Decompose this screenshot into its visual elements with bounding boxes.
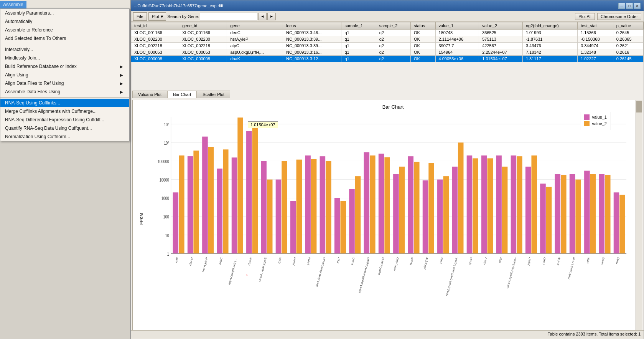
search-input[interactable] [200, 13, 257, 20]
maximize-button[interactable]: □ [626, 3, 633, 9]
col-sample2[interactable]: sample_2 [376, 22, 410, 30]
svg-rect-34 [252, 124, 258, 253]
legend-label-value1: value_1 [592, 115, 607, 119]
svg-rect-21 [188, 156, 193, 253]
chrom-order-button[interactable]: Chromosome Order [597, 13, 641, 20]
svg-text:rldP,yldQ: rldP,yldQ [393, 256, 399, 271]
search-label: Search by Gene: [168, 14, 199, 19]
plot-menu-button[interactable]: Plot ▼ [148, 12, 166, 21]
svg-rect-67 [414, 162, 420, 254]
svg-rect-19 [179, 155, 184, 253]
svg-rect-103 [590, 174, 596, 253]
col-pvalue[interactable]: p_value [613, 22, 643, 30]
svg-text:yoeH: yoeH [292, 256, 296, 266]
nav-prev-button[interactable]: ◄ [258, 13, 267, 20]
chart-wrapper: Bar Chart FPKM value_1 value_2 [132, 100, 642, 338]
svg-text:pgpC,pgpD: pgpC,pgpD [377, 256, 385, 275]
data-table-container[interactable]: test_id gene_id gene locus sample_1 samp… [131, 22, 644, 89]
svg-rect-79 [473, 158, 478, 253]
menu-item-align-using[interactable]: Align Using ▶ [0, 71, 129, 79]
svg-rect-45 [305, 155, 311, 253]
col-value2[interactable]: value_2 [479, 22, 523, 30]
tab-volcano-plot[interactable]: Volcano Plot [132, 91, 167, 98]
svg-rect-33 [246, 131, 252, 253]
menu-item-assemble-data-files[interactable]: Assemble Data Files Using ▶ [0, 88, 129, 96]
svg-rect-30 [232, 157, 237, 253]
menu-item-rnaseq-cufflinks[interactable]: RNA-Seq Using Cufflinks... [0, 99, 129, 107]
svg-text:1000: 1000 [161, 196, 169, 201]
toolbar-right: Plot All Chromosome Order [575, 13, 641, 20]
menu-item-assemble-to-reference[interactable]: Assemble to Reference [0, 26, 129, 34]
col-gene-id[interactable]: gene_id [179, 22, 227, 30]
col-locus[interactable]: locus [283, 22, 341, 30]
menu-item-align-data-files[interactable]: Align Data Files to Ref Using ▶ [0, 79, 129, 88]
svg-text:10000: 10000 [160, 177, 169, 183]
nav-next-button[interactable]: ► [267, 13, 276, 20]
menu-item-automatically[interactable]: Automatically [0, 17, 129, 26]
svg-text:flhA,fluB,fhuC,fhuD: flhA,fluB,fhuC,fhuD [315, 256, 326, 288]
svg-text:ychC: ychC [350, 256, 355, 266]
svg-text:aspU,dkgB,rrfH,...: aspU,dkgB,rrfH,... [227, 256, 238, 285]
svg-rect-39 [276, 180, 282, 254]
window-controls: ─ □ ✕ [618, 3, 641, 9]
tab-scatter-plot[interactable]: Scatter Plot [197, 91, 230, 98]
menu-item-merge-cufflinks[interactable]: Merge Cufflinks Alignments with Cuffmerg… [0, 107, 129, 116]
menu-item-mindlessly-join[interactable]: Mindlessly Join... [0, 54, 129, 62]
legend-color-value2 [584, 121, 590, 126]
menu-item-add-selected[interactable]: Add Selected Items To Others [0, 34, 129, 43]
table-row[interactable]: XLOC_000053XLOC_000053aspU,dkgB,rrfH,...… [131, 49, 644, 56]
tab-bar-chart[interactable]: Bar Chart [167, 91, 197, 98]
svg-text:rdlK: rdlK [586, 256, 590, 264]
title-bar: ...Cuffdiff\Run77dabb7b417c6577\gene_exp… [131, 0, 644, 11]
arrow-icon-align: ▶ [120, 73, 123, 77]
svg-text:yhIM: yhIM [306, 256, 311, 265]
svg-rect-91 [531, 155, 537, 253]
svg-rect-93 [540, 184, 546, 253]
close-button[interactable]: ✕ [634, 3, 641, 9]
arrow-icon-align-data: ▶ [120, 81, 123, 86]
content-area: test_id gene_id gene locus sample_1 samp… [131, 22, 644, 339]
svg-rect-99 [570, 174, 575, 253]
svg-text:100000: 100000 [158, 159, 169, 164]
status-bar: Table contains 2393 items. Total items s… [131, 330, 644, 339]
svg-text:ftsP: ftsP [336, 256, 341, 264]
svg-text:100: 100 [163, 214, 169, 220]
svg-rect-63 [393, 174, 399, 253]
menu-item-assembly-parameters[interactable]: Assembly Parameters... [0, 9, 129, 17]
minimize-button[interactable]: ─ [618, 3, 625, 9]
separator-2 [0, 97, 129, 98]
menu-item-quantify-rnaseq[interactable]: Quantify RNA-Seq Data Using Cuffquant... [0, 124, 129, 132]
table-row[interactable]: XLOC_002218XLOC_002218atpCNC_000913.3:39… [131, 43, 644, 49]
col-sample1[interactable]: sample_1 [341, 22, 376, 30]
svg-rect-96 [555, 174, 561, 253]
search-area: Search by Gene: ◄ ► [168, 13, 276, 20]
table-row[interactable]: XLOC_000008XLOC_000008dnaKNC_000913.3:12… [131, 56, 644, 62]
menu-item-interactively[interactable]: Interactively... [0, 45, 129, 54]
col-test-id[interactable]: test_id [131, 22, 179, 30]
table-row[interactable]: XLOC_001166XLOC_001166deoCNC_000913.3:46… [131, 30, 644, 36]
table-row[interactable]: XLOC_002230XLOC_002230hsrA,yiePNC_000913… [131, 36, 644, 43]
svg-rect-31 [237, 117, 243, 253]
file-menu-button[interactable]: File [133, 12, 147, 21]
col-gene[interactable]: gene [227, 22, 283, 30]
col-test-stat[interactable]: test_stat [578, 22, 613, 30]
col-status[interactable]: status [410, 22, 435, 30]
window-title: ...Cuffdiff\Run77dabb7b417c6577\gene_exp… [134, 3, 618, 8]
separator-1 [0, 44, 129, 44]
menu-item-rnaseq-diffeq[interactable]: RNA-Seq Differential Expression Using Cu… [0, 116, 129, 124]
svg-rect-88 [517, 156, 522, 253]
menu-item-build-reference[interactable]: Build Reference Database or Index ▶ [0, 62, 129, 71]
chart-scrollbar-vertical[interactable] [636, 100, 642, 332]
menu-item-normalization[interactable]: Normalization Using Cuffnorm... [0, 132, 129, 141]
plot-all-button[interactable]: Plot All [575, 13, 595, 20]
vscroll-thumb[interactable] [636, 101, 642, 112]
svg-rect-52 [340, 201, 346, 253]
svg-rect-87 [511, 155, 517, 253]
svg-rect-27 [217, 169, 222, 253]
chart-inner: Bar Chart FPKM value_1 value_2 [133, 100, 642, 337]
col-value1[interactable]: value_1 [435, 22, 479, 30]
svg-text:10: 10 [165, 233, 169, 238]
assemble-menu-button[interactable]: Assemble [0, 1, 26, 8]
svg-rect-102 [584, 171, 590, 254]
col-fold-change[interactable]: og2(fold_change) [522, 22, 577, 30]
